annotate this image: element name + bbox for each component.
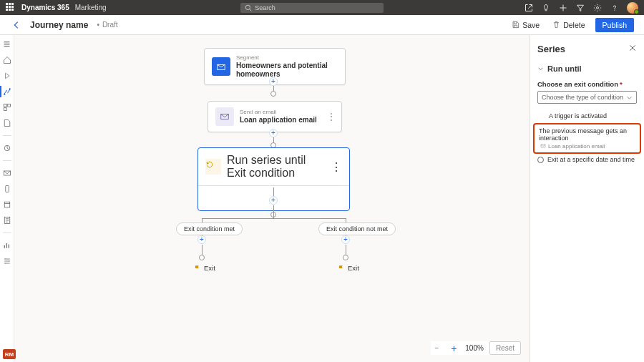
settings-gear-icon[interactable] (592, 3, 602, 13)
condition-type-select[interactable]: Choose the type of condition (537, 91, 637, 104)
add-step-button[interactable]: + (269, 196, 278, 205)
add-step-button[interactable]: + (341, 235, 350, 244)
exit-marker-right: Exit (338, 264, 359, 272)
svg-rect-3 (4, 104, 6, 107)
publish-button[interactable]: Publish (595, 18, 634, 32)
nav-home-icon[interactable] (2, 55, 12, 65)
svg-point-13 (4, 263, 6, 264)
radio-icon (537, 157, 544, 163)
edge (273, 211, 274, 218)
node-type-label: Segment (236, 54, 338, 62)
search-placeholder: Search (255, 4, 275, 11)
connector (343, 255, 348, 260)
trash-icon (552, 21, 560, 29)
exit-marker-left: Exit (194, 264, 215, 272)
record-status: Draft (97, 21, 117, 29)
choose-condition-label: Choose an exit condition* (537, 80, 637, 88)
option-subtext: Loan application email (539, 143, 635, 150)
zoom-out-button[interactable]: − (431, 343, 442, 354)
branch-pill-condition-not-met[interactable]: Exit condition not met (318, 222, 396, 235)
option-trigger-activated[interactable]: A trigger is activated (537, 109, 637, 123)
global-search[interactable]: Search (240, 3, 384, 13)
connector (199, 255, 205, 260)
branch-pill-condition-met[interactable]: Exit condition met (176, 222, 243, 235)
node-title: Exit condition (227, 167, 306, 180)
edge (346, 245, 346, 255)
radio-exit-specific-time[interactable]: Exit at a specific date and time (537, 154, 637, 165)
plus-icon[interactable] (558, 3, 568, 13)
left-nav-rail: ≡ (0, 35, 14, 362)
help-icon[interactable] (610, 3, 620, 13)
svg-point-12 (9, 260, 10, 262)
nav-segment-icon[interactable] (2, 102, 12, 112)
nav-push-icon[interactable] (2, 200, 12, 210)
chevron-down-icon (537, 66, 544, 72)
edge (202, 245, 203, 255)
chevron-down-icon (626, 94, 633, 101)
node-send-email[interactable]: Send an email Loan application email ⋮ (208, 101, 342, 132)
nav-email-icon[interactable] (2, 168, 12, 178)
zoom-reset-button[interactable]: Reset (489, 341, 521, 355)
nav-play-icon[interactable] (2, 71, 12, 81)
nav-sms-icon[interactable] (2, 184, 12, 194)
segment-tile-icon (212, 57, 230, 76)
panel-close-button[interactable] (628, 44, 637, 54)
zoom-in-button[interactable]: + (448, 343, 459, 354)
node-more-button[interactable]: ⋮ (327, 112, 336, 121)
email-tile-icon (215, 107, 234, 126)
nav-settings-icon[interactable] (2, 256, 12, 266)
svg-rect-9 (4, 202, 10, 207)
command-bar: Journey name Draft Save Delete Publish (0, 15, 644, 35)
zoom-level: 100% (465, 344, 484, 352)
svg-rect-8 (5, 186, 9, 192)
svg-point-11 (4, 258, 6, 260)
product-brand: Dynamics 365 (21, 4, 69, 11)
flag-icon (194, 265, 201, 272)
node-title: Loan application email (240, 116, 317, 124)
panel-title: Series (537, 44, 565, 54)
node-title: Homeowners and potential homeowners (236, 62, 338, 79)
nav-content-icon[interactable] (2, 118, 12, 128)
svg-rect-5 (4, 108, 6, 111)
nav-insights-icon[interactable] (2, 143, 12, 153)
nav-form-icon[interactable] (2, 215, 12, 225)
nav-journeys-icon[interactable] (2, 87, 12, 97)
svg-point-0 (597, 6, 599, 9)
filter-icon[interactable] (575, 3, 585, 13)
journey-canvas[interactable]: Segment Homeowners and potential homeown… (14, 35, 530, 362)
open-new-window-icon[interactable] (524, 3, 534, 13)
svg-point-1 (4, 94, 5, 95)
node-more-button[interactable]: ⋮ (331, 160, 342, 174)
save-button[interactable]: Save (509, 19, 542, 31)
series-tile-icon (205, 159, 221, 175)
svg-rect-4 (7, 104, 10, 107)
edge (202, 218, 346, 219)
lightbulb-icon[interactable] (541, 3, 551, 13)
zoom-toolbar: − + 100% Reset (431, 341, 521, 355)
connector (270, 91, 276, 97)
product-area: Marketing (75, 4, 107, 11)
svg-point-2 (9, 88, 10, 89)
node-type-label: Run series until (227, 154, 306, 167)
add-step-button[interactable]: + (197, 235, 206, 244)
node-type-label: Send an email (240, 109, 317, 116)
save-icon (512, 21, 519, 29)
header-actions (524, 2, 638, 14)
email-icon (540, 143, 546, 149)
delete-button[interactable]: Delete (550, 19, 587, 31)
add-step-button[interactable]: + (269, 129, 278, 137)
option-previous-message-interaction[interactable]: The previous message gets an interaction… (533, 123, 641, 154)
search-icon (245, 4, 252, 11)
close-icon (628, 44, 637, 52)
back-button[interactable] (10, 19, 23, 31)
add-step-button[interactable]: + (269, 77, 278, 86)
section-run-until[interactable]: Run until (537, 64, 637, 73)
user-avatar[interactable] (627, 2, 638, 14)
presence-badge: RM (3, 349, 16, 359)
properties-panel: Series Run until Choose an exit conditio… (530, 35, 644, 362)
app-launcher-icon[interactable] (6, 3, 16, 13)
global-header: Dynamics 365 Marketing Search (0, 0, 644, 15)
nav-analytics-icon[interactable] (2, 240, 12, 250)
node-series-selected[interactable]: Run series until Exit condition ⋮ + (197, 147, 350, 211)
nav-hamburger-icon[interactable]: ≡ (2, 39, 12, 49)
